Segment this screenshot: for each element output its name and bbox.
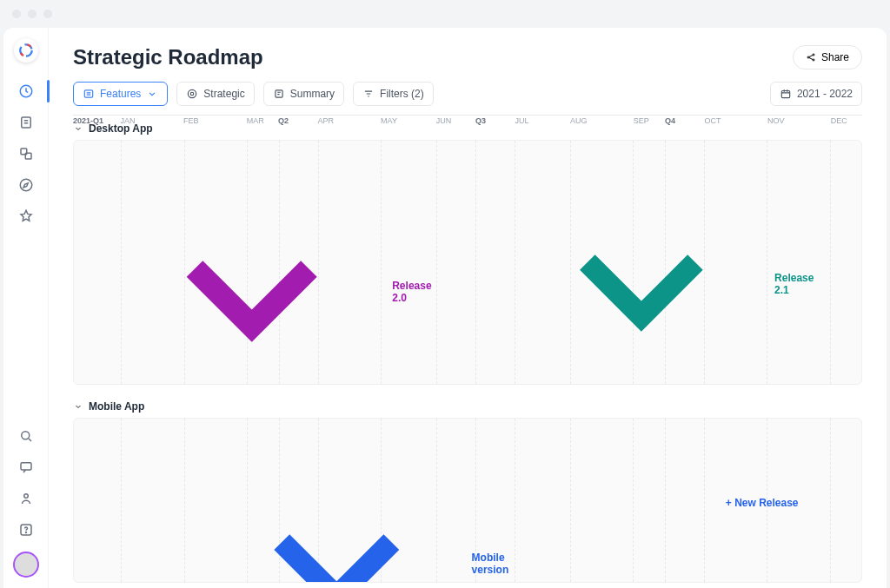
group-name: Mobile App <box>89 400 144 413</box>
app-logo[interactable] <box>14 38 38 63</box>
timeline-tick: AUG <box>570 116 588 125</box>
left-nav-rail <box>3 28 49 588</box>
timeline-tick: NOV <box>767 116 785 125</box>
group-header[interactable]: Mobile App <box>49 393 887 418</box>
nav-star-icon[interactable] <box>17 207 36 226</box>
nav-search-icon[interactable] <box>17 426 36 446</box>
user-avatar[interactable] <box>13 552 39 578</box>
release-card[interactable]: Mobile versionAudio ControllersAdd audio… <box>200 431 531 583</box>
nav-roadmap-icon[interactable] <box>17 82 36 101</box>
target-icon <box>186 88 198 100</box>
timeline-tick: JAN <box>120 116 135 125</box>
nav-feedback-icon[interactable] <box>17 458 36 477</box>
timeline-tick: JUL <box>515 116 528 125</box>
filters-label: Filters (2) <box>380 88 424 100</box>
release-card[interactable]: Release 2.1Video LayoutsGrid layout <box>507 153 821 385</box>
group-header[interactable]: Desktop App <box>49 116 887 140</box>
timeline-tick: FEB <box>183 116 199 125</box>
timeline-tick: Q3 <box>475 116 486 125</box>
filter-icon <box>362 88 375 100</box>
timeline-tick: OCT <box>704 116 721 125</box>
timeline-tick: Q4 <box>665 116 675 125</box>
svg-rect-15 <box>84 90 92 97</box>
timeline-tick: APR <box>317 116 334 125</box>
svg-point-7 <box>21 432 29 439</box>
svg-point-13 <box>813 54 814 56</box>
page-title: Strategic Roadmap <box>73 45 793 69</box>
browser-chrome <box>0 0 890 28</box>
release-title: Release 2.1 <box>507 153 821 385</box>
svg-rect-8 <box>21 463 31 470</box>
timeline-tick: DEC <box>831 116 847 125</box>
timeline-tick: MAR <box>247 116 264 125</box>
svg-point-11 <box>25 532 26 533</box>
share-icon <box>806 52 816 63</box>
svg-point-17 <box>191 92 195 96</box>
traffic-dot <box>28 10 37 18</box>
swimlane: Mobile versionAudio ControllersAdd audio… <box>73 418 862 583</box>
traffic-dot <box>43 10 52 18</box>
period-label: 2021 - 2022 <box>797 88 853 100</box>
chevron-down-icon <box>115 155 389 385</box>
strategic-label: Strategic <box>203 88 244 100</box>
svg-rect-19 <box>781 91 789 98</box>
summary-label: Summary <box>290 88 335 100</box>
filters-button[interactable]: Filters (2) <box>353 82 434 106</box>
view-toolbar: Features Strategic Summary Filters (2) 2… <box>49 78 887 115</box>
swimlane: Release 2.0Audio ControllersRedesign mut… <box>73 140 862 385</box>
timeline-tick: 2021-Q1 <box>73 116 103 125</box>
period-selector[interactable]: 2021 - 2022 <box>770 82 862 106</box>
chevron-down-icon <box>512 155 771 385</box>
summary-view-button[interactable]: Summary <box>263 82 344 106</box>
svg-point-6 <box>20 179 32 191</box>
calendar-icon <box>780 88 792 100</box>
share-label: Share <box>821 51 849 63</box>
chevron-down-icon <box>146 88 158 100</box>
features-label: Features <box>100 88 141 100</box>
list-icon <box>83 88 95 100</box>
timeline-tick: Q2 <box>278 116 289 125</box>
timeline-tick: MAY <box>381 116 397 125</box>
share-button[interactable]: Share <box>793 45 862 69</box>
chevron-down-icon <box>205 433 468 583</box>
strategic-view-button[interactable]: Strategic <box>176 82 254 106</box>
svg-point-14 <box>813 59 814 61</box>
features-dropdown[interactable]: Features <box>73 82 168 106</box>
nav-help-icon[interactable] <box>17 520 36 539</box>
roadmap-canvas: Desktop AppRelease 2.0Audio ControllersR… <box>49 116 887 588</box>
nav-layers-icon[interactable] <box>17 144 36 163</box>
page-header: Strategic Roadmap Share <box>49 28 887 78</box>
timeline-tick: JUN <box>436 116 452 125</box>
nav-notes-icon[interactable] <box>17 113 36 132</box>
summary-icon <box>273 88 285 100</box>
new-release-button[interactable]: + New Release <box>726 497 799 509</box>
timeline-header: 2021-Q1JANFEBMARQ2APRMAYJUNQ3JULAUGSEPQ4… <box>73 115 862 116</box>
nav-people-icon[interactable] <box>17 489 36 508</box>
timeline-tick: SEP <box>634 116 649 125</box>
svg-point-9 <box>23 494 28 499</box>
traffic-dot <box>12 10 21 18</box>
nav-explore-icon[interactable] <box>17 175 36 195</box>
svg-point-16 <box>189 89 196 97</box>
chevron-down-icon <box>73 401 83 412</box>
svg-point-12 <box>807 56 809 58</box>
release-title: Release 2.0 <box>110 153 441 385</box>
release-title: Mobile version <box>200 431 531 583</box>
release-card[interactable]: Release 2.0Audio ControllersRedesign mut… <box>110 153 441 385</box>
